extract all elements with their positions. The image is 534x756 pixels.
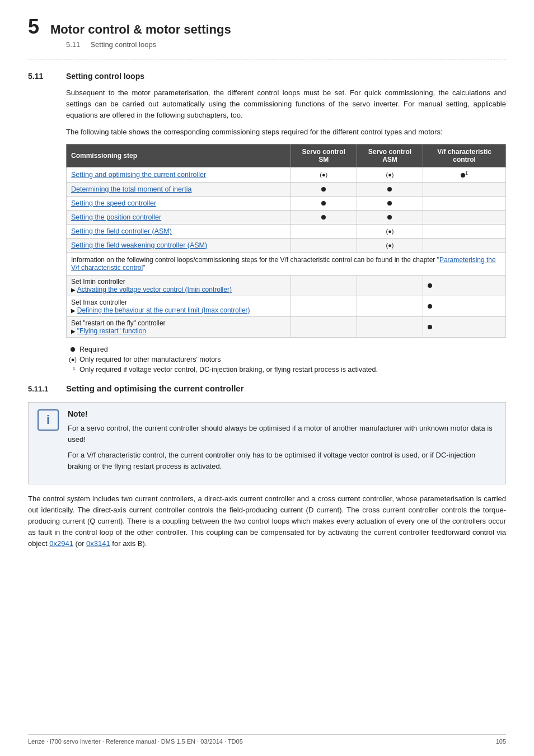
chapter-title: Motor control & motor settings xyxy=(50,22,231,37)
dot-icon xyxy=(428,325,432,329)
arrow-link-imin xyxy=(71,286,77,293)
section-511-heading: 5.11 Setting control loops xyxy=(28,72,506,81)
link-flying-restart[interactable]: "Flying restart" function xyxy=(77,327,146,335)
dot-icon xyxy=(321,215,326,220)
table-cell-asm: (●) xyxy=(357,167,423,182)
table-cell-step: Setting the field controller (ASM) xyxy=(67,224,291,238)
legend: Required (●) Only required for other man… xyxy=(66,346,506,374)
section-5111-heading: 5.11.1 Setting and optimising the curren… xyxy=(28,384,506,393)
dot-icon xyxy=(71,347,75,352)
table-header-vf: V/f characteristiccontrol xyxy=(423,144,506,167)
table-cell-step: Setting the field weakening controller (… xyxy=(67,238,291,252)
table-row: Setting and optimising the current contr… xyxy=(67,167,506,182)
legend-symbol-circle: (●) xyxy=(66,356,79,363)
table-cell-sm xyxy=(291,210,357,224)
table-cell-step: Setting the speed controller xyxy=(67,196,291,210)
section-511-para1: Subsequent to the motor parameterisation… xyxy=(66,87,506,121)
table-cell-asm xyxy=(357,316,423,337)
table-cell-vf xyxy=(423,182,506,196)
table-cell-sm xyxy=(291,182,357,196)
link-speed-controller[interactable]: Setting the speed controller xyxy=(71,199,156,207)
dot-icon xyxy=(387,187,392,192)
table-cell-asm xyxy=(357,210,423,224)
table-cell-sm xyxy=(291,275,357,296)
link-obj-2941[interactable]: 0x2941 xyxy=(49,539,73,548)
table-cell-sm xyxy=(291,224,357,238)
table-cell-vf xyxy=(423,238,506,252)
table-cell-vf: 1 xyxy=(423,167,506,182)
link-imax-controller[interactable]: Defining the behaviour at the current li… xyxy=(77,306,250,314)
note-para1: For a servo control, the current control… xyxy=(68,423,496,445)
table-header-sm: Servo controlSM xyxy=(291,144,357,167)
info-icon: i xyxy=(38,409,59,431)
link-imin-controller[interactable]: Activating the voltage vector control (I… xyxy=(77,286,232,293)
dot-circle-icon: (●) xyxy=(386,242,394,249)
table-cell-step: Determining the total moment of inertia xyxy=(67,182,291,196)
dot-icon xyxy=(428,304,432,309)
arrow-link-flying xyxy=(71,327,77,335)
sub-header: 5.11 Setting control loops xyxy=(66,40,506,49)
table-row: Setting the position controller xyxy=(67,210,506,224)
note-title: Note! xyxy=(68,409,496,418)
table-subrow: Set Imax controller Defining the behavio… xyxy=(67,296,506,316)
dot-icon xyxy=(321,201,326,206)
link-position-controller[interactable]: Setting the position controller xyxy=(71,213,161,221)
table-cell-asm: (●) xyxy=(357,224,423,238)
commissioning-table: Commissioning step Servo controlSM Servo… xyxy=(66,144,506,338)
table-subrow: Set Imin controller Activating the volta… xyxy=(67,275,506,296)
table-header-step: Commissioning step xyxy=(67,144,291,167)
dot-circle-icon: (●) xyxy=(386,171,394,178)
link-parameterising-vf[interactable]: Parameterising the V/f characteristic co… xyxy=(71,256,496,272)
section-5111-num: 5.11.1 xyxy=(28,385,66,393)
table-info-row: Information on the following control loo… xyxy=(67,252,506,275)
legend-item-required: Required xyxy=(66,346,506,353)
legend-text-required: Required xyxy=(79,346,108,353)
dot-icon xyxy=(387,201,392,206)
arrow-link-imax xyxy=(71,306,77,314)
table-cell-asm xyxy=(357,275,423,296)
table-cell-step: Set Imax controller Defining the behavio… xyxy=(67,296,291,316)
table-cell-vf xyxy=(423,210,506,224)
table-row: Determining the total moment of inertia xyxy=(67,182,506,196)
note-box: i Note! For a servo control, the current… xyxy=(28,402,506,484)
table-cell-sm xyxy=(291,196,357,210)
table-header-asm: Servo controlASM xyxy=(357,144,423,167)
link-field-controller[interactable]: Setting the field controller (ASM) xyxy=(71,227,172,235)
section-5111-title: Setting and optimising the current contr… xyxy=(66,384,244,393)
dot-icon xyxy=(387,215,392,220)
page-header: 5 Motor control & motor settings xyxy=(28,17,506,37)
divider xyxy=(28,59,506,59)
sub-section-num: 5.11 xyxy=(66,40,80,49)
dot-icon xyxy=(321,187,326,192)
legend-symbol-sup: 1 xyxy=(66,366,79,374)
table-cell-vf xyxy=(423,316,506,337)
table-cell-vf xyxy=(423,296,506,316)
link-current-controller[interactable]: Setting and optimising the current contr… xyxy=(71,171,206,179)
footer-left: Lenze · i700 servo inverter · Reference … xyxy=(28,738,243,745)
table-info-cell: Information on the following control loo… xyxy=(67,252,506,275)
table-cell-step: Setting and optimising the current contr… xyxy=(67,167,291,182)
table-row: Setting the speed controller xyxy=(67,196,506,210)
dot-circle-icon: (●) xyxy=(386,228,394,235)
table-cell-sm xyxy=(291,316,357,337)
dot-circle-icon: (●) xyxy=(69,356,77,363)
dot-circle-icon: (●) xyxy=(320,171,327,178)
table-row: Setting the field controller (ASM) (●) xyxy=(67,224,506,238)
legend-item-other: (●) Only required for other manufacturer… xyxy=(66,356,506,363)
legend-symbol-dot xyxy=(66,346,79,353)
table-cell-asm xyxy=(357,196,423,210)
legend-text-other: Only required for other manufacturers' m… xyxy=(79,356,221,363)
link-obj-3141[interactable]: 0x3141 xyxy=(86,539,110,548)
table-cell-step: Set Imin controller Activating the volta… xyxy=(67,275,291,296)
table-cell-vf xyxy=(423,196,506,210)
note-para2: For a V/f characteristic control, the cu… xyxy=(68,450,496,472)
link-moment-inertia[interactable]: Determining the total moment of inertia xyxy=(71,185,191,193)
chapter-number: 5 xyxy=(28,17,39,37)
table-cell-step: Setting the position controller xyxy=(67,210,291,224)
link-field-weakening-controller[interactable]: Setting the field weakening controller (… xyxy=(71,241,207,249)
note-content: Note! For a servo control, the current c… xyxy=(68,409,496,477)
table-cell-sm xyxy=(291,238,357,252)
section-511-body: Subsequent to the motor parameterisation… xyxy=(66,87,506,374)
body-paragraph: The control system includes two current … xyxy=(28,493,506,550)
footer-page-number: 105 xyxy=(496,738,506,745)
